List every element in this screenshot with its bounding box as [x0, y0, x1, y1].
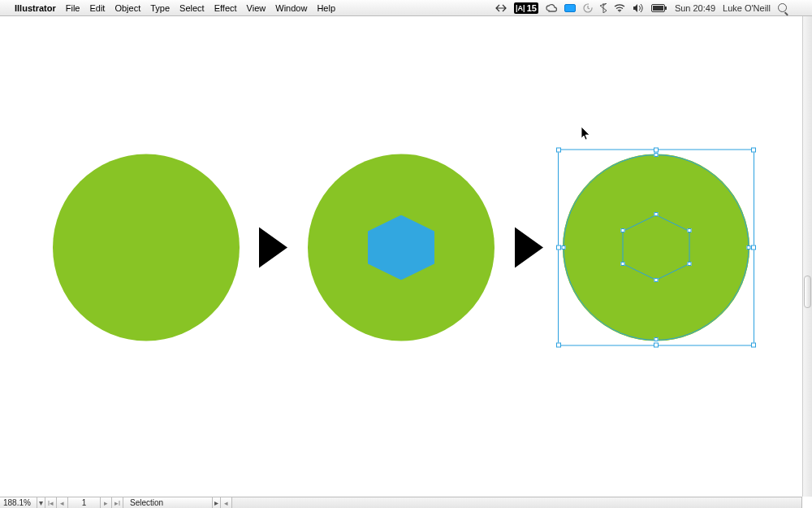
- menubar-right: |A|15 Sun 20:49 Luke O'Neill: [495, 2, 806, 14]
- menu-object[interactable]: Object: [114, 3, 140, 13]
- menu-window[interactable]: Window: [275, 3, 307, 13]
- first-artboard-button[interactable]: I◂: [45, 497, 57, 508]
- hexagon-blue[interactable]: [365, 215, 437, 280]
- selection-handle[interactable]: [556, 147, 561, 152]
- volume-icon[interactable]: [633, 3, 644, 13]
- clock[interactable]: Sun 20:49: [675, 3, 715, 13]
- finder-status-icon[interactable]: [564, 4, 576, 12]
- svg-rect-4: [665, 7, 667, 10]
- menubar-left: Illustrator File Edit Object Type Select…: [8, 3, 345, 13]
- zoom-dropdown-icon[interactable]: ▾: [37, 497, 45, 508]
- arrow-icon: [259, 227, 287, 267]
- selection-handle[interactable]: [751, 342, 756, 347]
- creative-cloud-icon[interactable]: [546, 3, 557, 13]
- app-window: 188.1% ▾ I◂ ◂ 1 ▸ ▸I Selection ▸ ◂: [0, 16, 812, 508]
- app-name[interactable]: Illustrator: [15, 3, 56, 13]
- mac-menubar: Illustrator File Edit Object Type Select…: [0, 0, 812, 16]
- shape-circle-with-hexagon[interactable]: [308, 154, 495, 341]
- bluetooth-icon[interactable]: [600, 3, 607, 13]
- battery-icon[interactable]: [651, 4, 667, 12]
- script-menu-icon[interactable]: [495, 3, 507, 13]
- selection-handle[interactable]: [556, 245, 561, 250]
- selection-handle[interactable]: [654, 147, 659, 152]
- hscroll-left-button[interactable]: ◂: [221, 497, 232, 508]
- adobe-notifications-icon[interactable]: |A|15: [514, 2, 538, 14]
- status-bar: 188.1% ▾ I◂ ◂ 1 ▸ ▸I Selection ▸ ◂: [0, 497, 802, 508]
- menu-effect[interactable]: Effect: [214, 3, 237, 13]
- selection-bounding-box[interactable]: [558, 149, 754, 345]
- menu-view[interactable]: View: [247, 3, 266, 13]
- current-tool-label: Selection: [123, 497, 213, 508]
- cursor-icon: [581, 127, 591, 141]
- svg-marker-5: [368, 215, 434, 280]
- spotlight-icon[interactable]: [778, 3, 787, 12]
- shape-circle-solid[interactable]: [53, 154, 240, 341]
- arrow-icon: [515, 227, 543, 267]
- svg-rect-3: [653, 6, 663, 11]
- next-artboard-button[interactable]: ▸: [101, 497, 112, 508]
- zoom-level[interactable]: 188.1%: [0, 497, 37, 508]
- document-canvas[interactable]: [0, 16, 802, 497]
- menu-help[interactable]: Help: [317, 3, 335, 13]
- last-artboard-button[interactable]: ▸I: [112, 497, 123, 508]
- prev-artboard-button[interactable]: ◂: [57, 497, 68, 508]
- wifi-icon[interactable]: [614, 4, 625, 12]
- menu-type[interactable]: Type: [150, 3, 170, 13]
- menu-file[interactable]: File: [66, 3, 80, 13]
- horizontal-scrollbar[interactable]: [232, 497, 802, 508]
- shape-compound-path-selected[interactable]: [563, 154, 749, 341]
- menu-edit[interactable]: Edit: [89, 3, 105, 13]
- status-menu-icon[interactable]: ▸: [213, 497, 221, 508]
- artboard-number-field[interactable]: 1: [68, 497, 101, 508]
- selection-handle[interactable]: [751, 147, 756, 152]
- svg-point-1: [619, 11, 620, 12]
- user-name[interactable]: Luke O'Neill: [723, 3, 771, 13]
- menu-select[interactable]: Select: [179, 3, 205, 13]
- selection-handle[interactable]: [556, 342, 561, 347]
- artwork-row: [0, 154, 802, 341]
- scrollbar-thumb[interactable]: [804, 276, 811, 308]
- vertical-scrollbar[interactable]: [802, 16, 812, 497]
- selection-handle[interactable]: [654, 342, 659, 347]
- selection-handle[interactable]: [751, 245, 756, 250]
- time-machine-icon[interactable]: [583, 3, 593, 13]
- notification-center-icon[interactable]: [794, 4, 806, 12]
